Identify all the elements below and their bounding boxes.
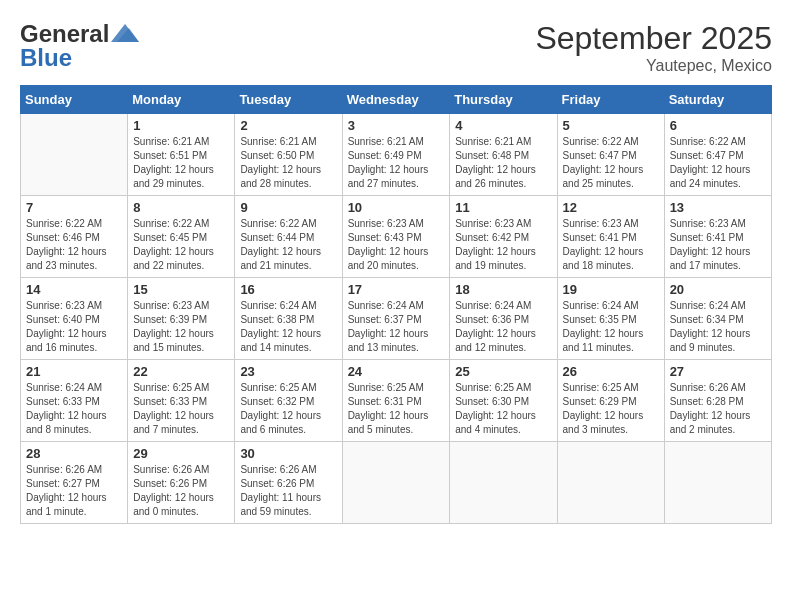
day-number: 12 <box>563 200 659 215</box>
day-number: 30 <box>240 446 336 461</box>
day-info: Sunrise: 6:23 AM Sunset: 6:41 PM Dayligh… <box>563 217 659 273</box>
day-number: 28 <box>26 446 122 461</box>
day-info: Sunrise: 6:22 AM Sunset: 6:47 PM Dayligh… <box>563 135 659 191</box>
column-header-saturday: Saturday <box>664 86 771 114</box>
calendar-cell <box>342 442 450 524</box>
day-number: 22 <box>133 364 229 379</box>
calendar-cell: 4Sunrise: 6:21 AM Sunset: 6:48 PM Daylig… <box>450 114 557 196</box>
calendar-cell: 22Sunrise: 6:25 AM Sunset: 6:33 PM Dayli… <box>128 360 235 442</box>
column-header-sunday: Sunday <box>21 86 128 114</box>
calendar-cell: 23Sunrise: 6:25 AM Sunset: 6:32 PM Dayli… <box>235 360 342 442</box>
calendar-cell: 1Sunrise: 6:21 AM Sunset: 6:51 PM Daylig… <box>128 114 235 196</box>
calendar-cell: 7Sunrise: 6:22 AM Sunset: 6:46 PM Daylig… <box>21 196 128 278</box>
day-number: 29 <box>133 446 229 461</box>
calendar-table: SundayMondayTuesdayWednesdayThursdayFrid… <box>20 85 772 524</box>
month-title: September 2025 <box>535 20 772 57</box>
day-number: 7 <box>26 200 122 215</box>
calendar-cell: 5Sunrise: 6:22 AM Sunset: 6:47 PM Daylig… <box>557 114 664 196</box>
calendar-cell: 25Sunrise: 6:25 AM Sunset: 6:30 PM Dayli… <box>450 360 557 442</box>
day-info: Sunrise: 6:26 AM Sunset: 6:28 PM Dayligh… <box>670 381 766 437</box>
day-info: Sunrise: 6:25 AM Sunset: 6:29 PM Dayligh… <box>563 381 659 437</box>
calendar-cell: 19Sunrise: 6:24 AM Sunset: 6:35 PM Dayli… <box>557 278 664 360</box>
week-row-2: 7Sunrise: 6:22 AM Sunset: 6:46 PM Daylig… <box>21 196 772 278</box>
calendar-cell: 28Sunrise: 6:26 AM Sunset: 6:27 PM Dayli… <box>21 442 128 524</box>
calendar-cell: 21Sunrise: 6:24 AM Sunset: 6:33 PM Dayli… <box>21 360 128 442</box>
day-info: Sunrise: 6:22 AM Sunset: 6:44 PM Dayligh… <box>240 217 336 273</box>
calendar-cell <box>21 114 128 196</box>
day-info: Sunrise: 6:25 AM Sunset: 6:33 PM Dayligh… <box>133 381 229 437</box>
calendar-cell: 26Sunrise: 6:25 AM Sunset: 6:29 PM Dayli… <box>557 360 664 442</box>
calendar-cell <box>450 442 557 524</box>
calendar-cell: 20Sunrise: 6:24 AM Sunset: 6:34 PM Dayli… <box>664 278 771 360</box>
logo-icon <box>111 24 139 44</box>
day-number: 23 <box>240 364 336 379</box>
day-info: Sunrise: 6:24 AM Sunset: 6:36 PM Dayligh… <box>455 299 551 355</box>
day-number: 21 <box>26 364 122 379</box>
calendar-cell <box>664 442 771 524</box>
day-info: Sunrise: 6:24 AM Sunset: 6:34 PM Dayligh… <box>670 299 766 355</box>
calendar-cell: 14Sunrise: 6:23 AM Sunset: 6:40 PM Dayli… <box>21 278 128 360</box>
calendar-cell: 15Sunrise: 6:23 AM Sunset: 6:39 PM Dayli… <box>128 278 235 360</box>
day-info: Sunrise: 6:22 AM Sunset: 6:45 PM Dayligh… <box>133 217 229 273</box>
day-info: Sunrise: 6:26 AM Sunset: 6:27 PM Dayligh… <box>26 463 122 519</box>
day-info: Sunrise: 6:23 AM Sunset: 6:40 PM Dayligh… <box>26 299 122 355</box>
day-number: 27 <box>670 364 766 379</box>
calendar-cell: 2Sunrise: 6:21 AM Sunset: 6:50 PM Daylig… <box>235 114 342 196</box>
day-info: Sunrise: 6:24 AM Sunset: 6:35 PM Dayligh… <box>563 299 659 355</box>
calendar-cell: 29Sunrise: 6:26 AM Sunset: 6:26 PM Dayli… <box>128 442 235 524</box>
day-info: Sunrise: 6:26 AM Sunset: 6:26 PM Dayligh… <box>133 463 229 519</box>
day-number: 8 <box>133 200 229 215</box>
logo-blue: Blue <box>20 44 72 72</box>
day-info: Sunrise: 6:21 AM Sunset: 6:50 PM Dayligh… <box>240 135 336 191</box>
day-info: Sunrise: 6:26 AM Sunset: 6:26 PM Dayligh… <box>240 463 336 519</box>
day-info: Sunrise: 6:22 AM Sunset: 6:46 PM Dayligh… <box>26 217 122 273</box>
column-header-monday: Monday <box>128 86 235 114</box>
calendar-cell: 10Sunrise: 6:23 AM Sunset: 6:43 PM Dayli… <box>342 196 450 278</box>
day-number: 6 <box>670 118 766 133</box>
calendar-cell: 11Sunrise: 6:23 AM Sunset: 6:42 PM Dayli… <box>450 196 557 278</box>
calendar-cell: 6Sunrise: 6:22 AM Sunset: 6:47 PM Daylig… <box>664 114 771 196</box>
title-block: September 2025 Yautepec, Mexico <box>535 20 772 75</box>
week-row-3: 14Sunrise: 6:23 AM Sunset: 6:40 PM Dayli… <box>21 278 772 360</box>
day-info: Sunrise: 6:24 AM Sunset: 6:33 PM Dayligh… <box>26 381 122 437</box>
day-info: Sunrise: 6:25 AM Sunset: 6:30 PM Dayligh… <box>455 381 551 437</box>
day-number: 15 <box>133 282 229 297</box>
day-info: Sunrise: 6:23 AM Sunset: 6:43 PM Dayligh… <box>348 217 445 273</box>
day-number: 2 <box>240 118 336 133</box>
day-number: 17 <box>348 282 445 297</box>
calendar-cell: 30Sunrise: 6:26 AM Sunset: 6:26 PM Dayli… <box>235 442 342 524</box>
calendar-cell: 13Sunrise: 6:23 AM Sunset: 6:41 PM Dayli… <box>664 196 771 278</box>
day-number: 26 <box>563 364 659 379</box>
day-info: Sunrise: 6:25 AM Sunset: 6:32 PM Dayligh… <box>240 381 336 437</box>
calendar-cell: 27Sunrise: 6:26 AM Sunset: 6:28 PM Dayli… <box>664 360 771 442</box>
calendar-cell: 24Sunrise: 6:25 AM Sunset: 6:31 PM Dayli… <box>342 360 450 442</box>
day-number: 18 <box>455 282 551 297</box>
day-info: Sunrise: 6:24 AM Sunset: 6:37 PM Dayligh… <box>348 299 445 355</box>
logo: General Blue <box>20 20 139 72</box>
week-row-1: 1Sunrise: 6:21 AM Sunset: 6:51 PM Daylig… <box>21 114 772 196</box>
page-header: General Blue September 2025 Yautepec, Me… <box>20 20 772 75</box>
day-number: 25 <box>455 364 551 379</box>
column-header-friday: Friday <box>557 86 664 114</box>
column-header-tuesday: Tuesday <box>235 86 342 114</box>
day-number: 16 <box>240 282 336 297</box>
calendar-cell: 12Sunrise: 6:23 AM Sunset: 6:41 PM Dayli… <box>557 196 664 278</box>
location-subtitle: Yautepec, Mexico <box>535 57 772 75</box>
week-row-4: 21Sunrise: 6:24 AM Sunset: 6:33 PM Dayli… <box>21 360 772 442</box>
day-number: 11 <box>455 200 551 215</box>
day-info: Sunrise: 6:23 AM Sunset: 6:41 PM Dayligh… <box>670 217 766 273</box>
calendar-cell: 9Sunrise: 6:22 AM Sunset: 6:44 PM Daylig… <box>235 196 342 278</box>
day-number: 3 <box>348 118 445 133</box>
week-row-5: 28Sunrise: 6:26 AM Sunset: 6:27 PM Dayli… <box>21 442 772 524</box>
day-info: Sunrise: 6:23 AM Sunset: 6:42 PM Dayligh… <box>455 217 551 273</box>
day-number: 4 <box>455 118 551 133</box>
calendar-cell: 16Sunrise: 6:24 AM Sunset: 6:38 PM Dayli… <box>235 278 342 360</box>
calendar-cell: 18Sunrise: 6:24 AM Sunset: 6:36 PM Dayli… <box>450 278 557 360</box>
day-info: Sunrise: 6:21 AM Sunset: 6:49 PM Dayligh… <box>348 135 445 191</box>
calendar-cell <box>557 442 664 524</box>
day-number: 19 <box>563 282 659 297</box>
calendar-cell: 8Sunrise: 6:22 AM Sunset: 6:45 PM Daylig… <box>128 196 235 278</box>
calendar-header-row: SundayMondayTuesdayWednesdayThursdayFrid… <box>21 86 772 114</box>
day-number: 24 <box>348 364 445 379</box>
calendar-cell: 3Sunrise: 6:21 AM Sunset: 6:49 PM Daylig… <box>342 114 450 196</box>
